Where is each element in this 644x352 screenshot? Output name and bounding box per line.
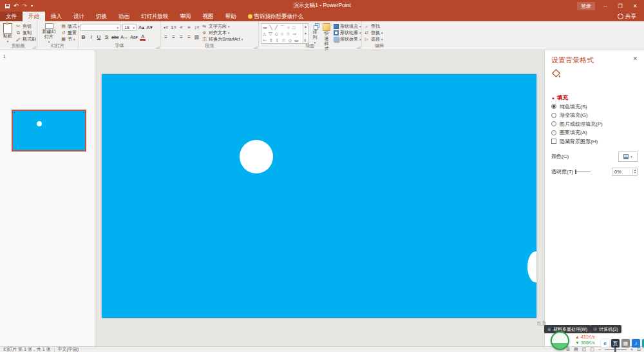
- font-size-combobox[interactable]: 18 ▾: [122, 24, 137, 31]
- shapes-gallery[interactable]: ▭ ╲ ╱ ⌒ ○ □ △ ▽ ◇ ○ ☆ ⇨ ⇦ ⇧ ⇩ ☆ ◇ ▭ ▲ ▼ …: [261, 23, 308, 44]
- redo-icon[interactable]: ↷: [23, 3, 28, 9]
- maximize-button[interactable]: ❐: [616, 3, 625, 9]
- layout-button[interactable]: ▤ 版式 ▾: [61, 23, 80, 30]
- shapes-gallery-scroll[interactable]: ▲ ▼ ⊽: [303, 23, 308, 44]
- tab-transitions[interactable]: 切换: [90, 12, 113, 21]
- text-direction-button[interactable]: ⇋ 文字方向 ▾: [202, 23, 243, 30]
- tab-design[interactable]: 设计: [68, 12, 90, 21]
- wu-app-icon[interactable]: 五: [611, 339, 620, 347]
- slide-circle-shape[interactable]: [240, 140, 273, 173]
- overlay-badge-left[interactable]: ≣ 材料多重处理(W): [544, 325, 591, 333]
- close-button[interactable]: ✕: [630, 3, 639, 9]
- spinner-arrows-icon[interactable]: ▲▼: [632, 169, 637, 174]
- italic-button[interactable]: I: [88, 34, 94, 41]
- scroll-down-icon[interactable]: ▼: [304, 32, 307, 35]
- solid-fill-option[interactable]: 纯色填充(S): [551, 103, 638, 111]
- align-text-button[interactable]: ⊜ 对齐文本 ▾: [202, 30, 243, 36]
- share-button[interactable]: 共享: [618, 12, 644, 21]
- align-center-button[interactable]: ≡: [171, 34, 176, 41]
- pattern-fill-option[interactable]: 图案填充(A): [551, 129, 638, 137]
- justify-button[interactable]: ≡: [186, 34, 192, 41]
- fit-to-window-icon[interactable]: ⊡: [637, 347, 641, 352]
- slide-canvas[interactable]: [102, 74, 536, 318]
- normal-view-icon[interactable]: ⊞: [566, 347, 570, 352]
- align-right-button[interactable]: ≡: [178, 34, 184, 41]
- slide-indicator[interactable]: 幻灯片 第 1 张，共 1 张: [3, 346, 51, 352]
- save-icon[interactable]: [5, 4, 10, 8]
- tab-view[interactable]: 视图: [197, 12, 220, 21]
- increase-font-size-button[interactable]: A▴: [138, 24, 144, 31]
- paste-button[interactable]: 粘贴 ▾: [2, 23, 14, 44]
- decrease-indent-button[interactable]: «: [178, 24, 184, 31]
- gradient-fill-option[interactable]: 渐变填充(G): [551, 112, 638, 120]
- shapes-gallery-grid[interactable]: ▭ ╲ ╱ ⌒ ○ □ △ ▽ ◇ ○ ☆ ⇨ ⇦ ⇧ ⇩ ☆ ◇ ▭: [261, 23, 303, 44]
- tell-me-box[interactable]: 告诉我你想要做什么: [242, 12, 310, 21]
- zoom-out-icon[interactable]: −: [598, 347, 601, 352]
- tab-insert[interactable]: 插入: [45, 12, 68, 21]
- language-indicator[interactable]: 中文(中国): [58, 346, 79, 352]
- drawing-dialog-launcher[interactable]: ◿: [357, 45, 360, 49]
- picture-fill-option[interactable]: 图片或纹理填充(P): [551, 120, 638, 128]
- slide-sorter-view-icon[interactable]: ▤: [574, 347, 578, 352]
- new-slide-button[interactable]: 新建幻灯片 ▾: [39, 23, 59, 44]
- minimize-button[interactable]: ─: [601, 3, 610, 9]
- shape-effects-button[interactable]: 形状效果 ▾: [334, 36, 361, 43]
- transparency-slider[interactable]: [575, 171, 591, 172]
- browser-icon[interactable]: e: [601, 339, 609, 347]
- format-painter-button[interactable]: 🖉 格式刷: [15, 36, 36, 43]
- sign-in-button[interactable]: 登录: [577, 2, 595, 10]
- hide-background-graphics-option[interactable]: 隐藏背景图形(H): [551, 137, 638, 146]
- undo-icon[interactable]: ↶: [14, 3, 19, 9]
- tab-help[interactable]: 帮助: [220, 12, 242, 21]
- align-left-button[interactable]: ≡: [163, 34, 169, 41]
- change-case-button[interactable]: Aa▾: [130, 34, 138, 41]
- tab-animations[interactable]: 动画: [113, 12, 135, 21]
- tab-file[interactable]: 文件: [0, 12, 23, 21]
- increase-indent-button[interactable]: »: [186, 24, 192, 31]
- music-player-icon[interactable]: ♪: [632, 339, 640, 347]
- decrease-font-size-button[interactable]: A▾: [146, 24, 152, 31]
- qat-customize-icon[interactable]: ▾: [31, 3, 33, 9]
- shape-fill-button[interactable]: 形状填充 ▾: [334, 23, 361, 30]
- file-manager-icon[interactable]: ▦: [621, 339, 630, 347]
- find-button[interactable]: ⌕ 查找: [364, 23, 383, 30]
- text-shadow-button[interactable]: S: [104, 34, 109, 41]
- transparency-slider-handle[interactable]: [575, 170, 576, 174]
- convert-to-smartart-button[interactable]: ◫ 转换为SmartArt ▾: [202, 36, 243, 43]
- clipboard-dialog-launcher[interactable]: ◿: [32, 45, 35, 49]
- zoom-in-icon[interactable]: +: [630, 347, 633, 352]
- font-dialog-launcher[interactable]: ◿: [156, 45, 159, 49]
- section-button[interactable]: ▦ 节 ▾: [61, 36, 80, 43]
- slide-thumbnail-panel[interactable]: 1: [0, 50, 95, 346]
- tab-review[interactable]: 审阅: [175, 12, 197, 21]
- reset-button[interactable]: ↺ 重置: [61, 30, 80, 36]
- fill-section-header[interactable]: ▲ 填充: [551, 94, 638, 102]
- paragraph-dialog-launcher[interactable]: ◿: [254, 45, 257, 49]
- strikethrough-button[interactable]: abc: [111, 34, 118, 41]
- overlay-badge-right[interactable]: ① 计算机(3): [590, 325, 621, 333]
- reading-view-icon[interactable]: ◫: [582, 347, 587, 352]
- shape-outline-button[interactable]: 形状轮廓 ▾: [334, 30, 361, 36]
- character-spacing-button[interactable]: A↔: [120, 34, 128, 41]
- line-spacing-button[interactable]: ↕≡: [194, 24, 200, 31]
- color-picker-button[interactable]: ▾: [618, 152, 638, 162]
- zoom-slider-handle[interactable]: [614, 347, 616, 352]
- slide-thumbnail[interactable]: [12, 110, 86, 152]
- slideshow-view-icon[interactable]: ▢: [590, 347, 594, 352]
- transparency-spinbox[interactable]: 0% ▲▼: [612, 168, 638, 176]
- cut-button[interactable]: ✂ 剪切: [15, 23, 36, 30]
- font-name-combobox[interactable]: ▾: [80, 24, 120, 31]
- zoom-slider[interactable]: [605, 349, 627, 350]
- bullets-button[interactable]: •≡: [163, 24, 169, 31]
- numbering-button[interactable]: 1≡: [171, 24, 176, 31]
- tab-slideshow[interactable]: 幻灯片放映: [135, 12, 175, 21]
- replace-button[interactable]: ⇄ 替换 ▾: [364, 30, 383, 36]
- copy-button[interactable]: ⧉ 复制: [15, 30, 36, 36]
- arrange-button[interactable]: 排列 ▾: [310, 23, 319, 45]
- font-color-button[interactable]: A: [140, 34, 146, 41]
- tab-home[interactable]: 开始: [23, 12, 45, 21]
- select-button[interactable]: ▷ 选择 ▾: [364, 36, 383, 43]
- scroll-up-icon[interactable]: ▲: [304, 24, 307, 28]
- columns-button[interactable]: ▥: [194, 34, 200, 41]
- accelerator-ball-icon[interactable]: [551, 331, 569, 350]
